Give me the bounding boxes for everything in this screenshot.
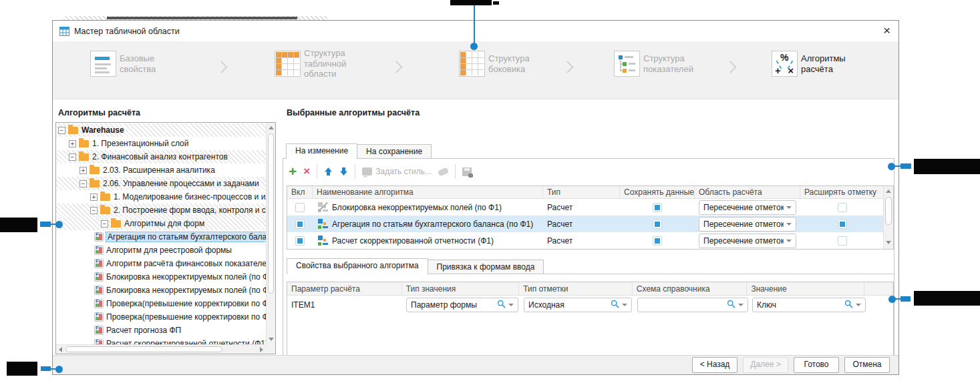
tab-on-save[interactable]: На сохранение: [357, 144, 432, 159]
algorithm-disabled-icon: [318, 202, 328, 212]
wizard-step-4-iconbox[interactable]: [614, 51, 640, 77]
mark-type-select[interactable]: Исходная: [524, 298, 632, 312]
calc-area-select[interactable]: Пересечение отметок: [699, 217, 796, 232]
save-button[interactable]: [462, 167, 472, 176]
grid-rows: Блокировка некорректируемых полей (по Ф1…: [287, 199, 893, 249]
column-header: Тип значения: [402, 282, 520, 295]
save-data-checkbox[interactable]: [653, 220, 662, 229]
tree-item[interactable]: FxАлгоритм расчёта финансовых показателе…: [56, 257, 266, 270]
tree-expander-plus-icon[interactable]: +: [79, 167, 87, 174]
cancel-button[interactable]: Отмена: [844, 357, 890, 373]
expand-mark-checkbox[interactable]: [838, 203, 847, 212]
tab-on-change[interactable]: На изменение: [286, 143, 357, 159]
tab-input-forms-binding[interactable]: Привязка к формам ввода: [428, 260, 544, 274]
dictionary-schema-select[interactable]: [637, 298, 748, 312]
enabled-checkbox[interactable]: [295, 236, 305, 246]
properties-row[interactable]: ITEM1Параметр формыИсходнаяКлюч: [287, 296, 893, 314]
column-header: Вкл: [287, 186, 313, 198]
scroll-thumb[interactable]: [65, 346, 222, 352]
grid-vertical-scrollbar[interactable]: [883, 186, 893, 249]
wizard-step-label: Структура показателей: [643, 51, 715, 77]
tree-item[interactable]: FxБлокировка некорректируемых полей (по …: [56, 270, 266, 284]
move-up-button[interactable]: [324, 167, 333, 176]
scroll-down-icon[interactable]: [886, 241, 891, 244]
tab-algorithm-properties[interactable]: Свойства выбранного алгоритма: [287, 258, 428, 274]
grid-row[interactable]: Агрегация по статьям бухгалтерского бала…: [287, 216, 893, 232]
tree-item-label: 1. Презентационный слой: [92, 139, 188, 148]
tree-expander-minus-icon[interactable]: −: [58, 127, 65, 134]
document-icon: [91, 51, 116, 76]
save-data-checkbox[interactable]: [653, 236, 662, 246]
tree-item[interactable]: FxПроверка(превышение корректировки по Ф…: [56, 310, 266, 324]
expand-mark-checkbox[interactable]: [838, 220, 847, 229]
scroll-right-icon[interactable]: [260, 347, 263, 352]
algorithm-name: Расчет скорректированной отчетности (Ф1): [332, 236, 494, 246]
tree-expander-minus-icon[interactable]: −: [101, 220, 108, 228]
tree-vertical-scrollbar[interactable]: [266, 123, 275, 344]
scroll-up-icon[interactable]: [886, 189, 891, 193]
scroll-up-icon[interactable]: [269, 126, 274, 129]
tree-item[interactable]: +2.03. Расширенная аналитика: [56, 163, 266, 177]
enabled-checkbox[interactable]: [295, 220, 305, 229]
calc-area-select[interactable]: Пересечение отметок: [699, 200, 796, 215]
tree-expander-minus-icon[interactable]: −: [79, 180, 87, 187]
tree-expander-plus-icon[interactable]: +: [90, 194, 98, 201]
move-down-button[interactable]: [339, 167, 348, 176]
tree-item[interactable]: +1. Моделирование бизнес-процессов и их …: [56, 190, 266, 204]
wizard-step-3-iconbox[interactable]: [459, 51, 485, 77]
expand-mark-checkbox[interactable]: [838, 236, 847, 246]
tree-expander-plus-icon[interactable]: +: [69, 140, 76, 147]
tree-item[interactable]: −Алгоритмы для форм: [56, 217, 266, 230]
tree-item[interactable]: −2.06. Управление процессами и задачами: [56, 177, 266, 190]
tree-item[interactable]: −2. Построение форм ввода, контроля и со…: [56, 204, 266, 217]
grid-row[interactable]: Расчет скорректированной отчетности (Ф1)…: [287, 232, 893, 249]
algorithms-tree: −Warehause+1. Презентационный слой−2. Фи…: [55, 122, 276, 354]
finish-button[interactable]: Готово: [794, 357, 839, 373]
wizard-step-2-iconbox[interactable]: [275, 51, 301, 77]
delete-button[interactable]: ×: [303, 165, 310, 177]
selected-algorithms-group: + × Задать стиль... ВклНаименование алго…: [283, 158, 894, 374]
callout-connector-right-1: [901, 163, 911, 169]
set-style-button[interactable]: Задать стиль...: [362, 167, 432, 176]
value-type-select[interactable]: Параметр формы: [406, 298, 518, 312]
algorithm-fx-icon: Fx: [94, 286, 104, 295]
wizard-step-5-iconbox[interactable]: %+×: [772, 51, 798, 77]
callout-redaction-top-small: [493, 1, 499, 5]
scroll-down-icon[interactable]: [269, 338, 274, 341]
tree-item[interactable]: FxРасчет прогноза ФП: [56, 324, 266, 337]
tree-item[interactable]: FxПроверка(превышение корректировки по Ф…: [56, 297, 266, 310]
wizard-step-1-iconbox[interactable]: [90, 51, 116, 77]
tree-expander-minus-icon[interactable]: −: [69, 153, 76, 161]
wizard-step-separator: [561, 61, 573, 73]
tree-item[interactable]: +1. Презентационный слой: [56, 137, 266, 150]
value-select[interactable]: Ключ: [752, 298, 866, 312]
callout-dot-bottom-left: [55, 366, 63, 373]
save-data-checkbox[interactable]: [653, 203, 662, 212]
wizard-dialog: Мастер табличной области × Базовые свойс…: [52, 20, 899, 375]
tree-item[interactable]: FxБлокировка некорректируемых полей (по …: [56, 284, 266, 297]
tree-item-label: Warehause: [81, 125, 124, 135]
back-button[interactable]: < Назад: [692, 357, 738, 373]
tree-item[interactable]: FxАлгоритм для реестровой формы: [56, 244, 266, 257]
tree-item[interactable]: FxАгрегация по статьям бухгалтерского ба…: [56, 230, 266, 244]
tree-expander-minus-icon[interactable]: −: [90, 207, 98, 214]
wizard-step-separator: [390, 61, 402, 73]
grid-row[interactable]: Блокировка некорректируемых полей (по Ф1…: [287, 199, 893, 216]
next-button[interactable]: Далее >: [743, 357, 788, 373]
scroll-thumb[interactable]: [268, 133, 274, 294]
scroll-left-icon[interactable]: [59, 347, 62, 352]
tree-item[interactable]: −2. Финансовый анализ контрагентов: [56, 150, 266, 163]
save-lock-icon: [462, 167, 472, 176]
enabled-checkbox[interactable]: [295, 203, 305, 212]
properties-rows: ITEM1Параметр формыИсходнаяКлюч: [287, 296, 893, 314]
calc-area-select[interactable]: Пересечение отметок: [699, 234, 796, 248]
close-icon[interactable]: ×: [883, 23, 890, 39]
tree-item[interactable]: FxРасчет скорректированной отчетности (Ф…: [56, 337, 266, 344]
clear-style-button[interactable]: [438, 169, 448, 175]
dropdown-arrow-icon: [856, 304, 861, 306]
tree-horizontal-scrollbar[interactable]: [56, 344, 266, 354]
add-button[interactable]: +: [289, 165, 297, 178]
scroll-thumb[interactable]: [885, 197, 892, 225]
tree-item[interactable]: −Warehause: [56, 123, 266, 137]
callout-redaction-left: [0, 218, 37, 232]
